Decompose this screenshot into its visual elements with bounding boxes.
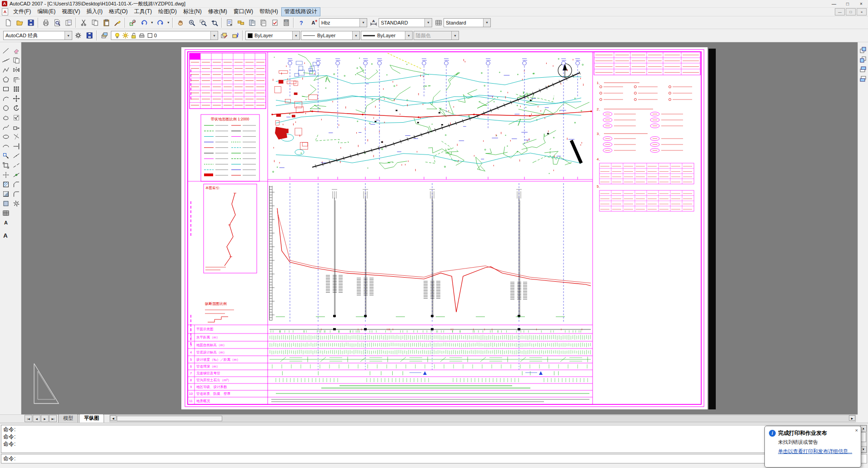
bring-to-front-button[interactable]: [858, 45, 868, 55]
menu-item-7[interactable]: 绘图(D): [155, 7, 180, 16]
menu-item-12[interactable]: 管道线路设计: [281, 7, 320, 16]
table-button[interactable]: [1, 208, 11, 218]
markup-manager-button[interactable]: [269, 17, 280, 28]
scroll-left-icon[interactable]: ◀: [110, 415, 116, 421]
sheetset-manager-button[interactable]: [258, 17, 269, 28]
block-editor-button[interactable]: [127, 17, 138, 28]
hatch-button[interactable]: [1, 179, 11, 189]
trim-button[interactable]: [11, 132, 21, 141]
flyout-dropdown-button[interactable]: ▼: [166, 17, 171, 28]
rectangle-button[interactable]: [1, 84, 11, 94]
workspace-settings-button[interactable]: [72, 30, 84, 41]
move-button[interactable]: [11, 94, 21, 103]
lineweight-combo[interactable]: ByLayer ▼: [361, 31, 413, 40]
circle-button[interactable]: [1, 103, 11, 113]
region-button[interactable]: [1, 199, 11, 208]
polyline-button[interactable]: [1, 65, 11, 75]
combo-arrow-icon[interactable]: ▼: [352, 31, 359, 40]
command-scroll-thumb[interactable]: [861, 432, 866, 442]
linetype-combo[interactable]: ByLayer ▼: [301, 31, 360, 40]
doc-restore-button[interactable]: □: [846, 8, 856, 15]
save-button[interactable]: [25, 17, 36, 28]
copy-object-button[interactable]: [11, 55, 21, 65]
qnew-button[interactable]: [2, 17, 14, 28]
combo-arrow-icon[interactable]: ▼: [483, 19, 490, 27]
combo-arrow-icon[interactable]: ▼: [359, 19, 367, 27]
combo-arrow-icon[interactable]: ▼: [210, 31, 218, 40]
minimize-button[interactable]: —: [827, 0, 841, 7]
layer-previous-button[interactable]: [229, 30, 241, 41]
notification-link[interactable]: 单击以查看打印和发布详细信息...: [778, 448, 857, 455]
copy-button[interactable]: [89, 17, 100, 28]
send-under-objects-button[interactable]: [858, 74, 868, 83]
close-button[interactable]: ×: [854, 0, 868, 7]
first-tab-button[interactable]: |◀: [25, 415, 32, 422]
combo-arrow-icon[interactable]: ▼: [405, 31, 412, 40]
dim-style-combo[interactable]: STANDARD ▼: [379, 18, 432, 27]
zoom-window-button[interactable]: [197, 17, 209, 28]
doc-minimize-button[interactable]: —: [835, 8, 845, 15]
array-button[interactable]: [11, 84, 21, 94]
save-workspace-button[interactable]: [84, 30, 95, 41]
stretch-button[interactable]: [11, 122, 21, 132]
combo-arrow-icon[interactable]: ▼: [65, 31, 72, 40]
menu-item-5[interactable]: 格式(O): [106, 7, 131, 16]
arc-button[interactable]: [1, 94, 11, 103]
break-button[interactable]: [11, 160, 21, 170]
horizontal-scrollbar[interactable]: ◀ ▶: [110, 415, 856, 422]
restore-button[interactable]: □: [841, 0, 854, 7]
drawing-canvas[interactable]: 带状地形图比例 1:2000本图索引:纵断面图比例1平面示意图2水平距离（m）3…: [21, 42, 858, 414]
menu-item-6[interactable]: 工具(T): [131, 7, 155, 16]
pan-button[interactable]: [175, 17, 186, 28]
spline-button[interactable]: [1, 122, 11, 132]
designcenter-button[interactable]: [235, 17, 246, 28]
plot-button[interactable]: [40, 17, 51, 28]
text-style-combo[interactable]: Hbz ▼: [319, 18, 367, 27]
drawing-viewport[interactable]: 带状地形图比例 1:2000本图索引:纵断面图比例1平面示意图2水平距离（m）3…: [21, 42, 858, 414]
menu-item-4[interactable]: 插入(I): [83, 7, 105, 16]
point-button[interactable]: [1, 170, 11, 179]
match-properties-button[interactable]: [112, 17, 123, 28]
quickcalc-button[interactable]: [280, 17, 292, 28]
scroll-down-icon[interactable]: ▼: [860, 446, 867, 453]
menu-item-9[interactable]: 修改(M): [205, 7, 230, 16]
menu-item-3[interactable]: 视图(V): [59, 7, 83, 16]
menu-item-10[interactable]: 窗口(W): [230, 7, 256, 16]
layer-combo[interactable]: 0 ▼: [111, 31, 218, 40]
redo-button[interactable]: [155, 17, 166, 28]
command-input[interactable]: 命令:: [1, 454, 867, 463]
notification-close-icon[interactable]: ×: [855, 428, 858, 433]
menu-item-8[interactable]: 标注(N): [180, 7, 205, 16]
menu-item-11[interactable]: 帮助(H): [256, 7, 281, 16]
menu-item-2[interactable]: 编辑(E): [34, 7, 59, 16]
scroll-right-icon[interactable]: ▶: [849, 415, 855, 421]
doc-close-button[interactable]: ×: [857, 8, 867, 15]
command-history[interactable]: 命令:命令:命令: ▲ ▼: [1, 425, 867, 453]
paste-button[interactable]: [100, 17, 112, 28]
plot-preview-button[interactable]: [51, 17, 63, 28]
flyout-dropdown-button[interactable]: ▼: [150, 17, 155, 28]
layer-properties-manager-button[interactable]: [99, 30, 110, 41]
open-button[interactable]: [14, 17, 25, 28]
erase-button[interactable]: [11, 46, 21, 55]
table-style-combo[interactable]: Standard ▼: [444, 18, 491, 27]
menu-item-1[interactable]: 文件(F): [10, 7, 34, 16]
offset-button[interactable]: [11, 75, 21, 84]
tab-平纵图[interactable]: 平纵图: [79, 414, 104, 423]
scroll-up-icon[interactable]: ▲: [860, 425, 867, 432]
properties-button[interactable]: [224, 17, 235, 28]
make-block-button[interactable]: [1, 160, 11, 170]
join-button[interactable]: [11, 170, 21, 179]
bring-above-objects-button[interactable]: [858, 64, 868, 74]
last-tab-button[interactable]: ▶|: [49, 415, 57, 422]
ellipse-arc-button[interactable]: [1, 141, 11, 151]
workspace-combo[interactable]: AutoCAD 经典 ▼: [3, 31, 72, 40]
tool-palettes-button[interactable]: [246, 17, 258, 28]
publish-button[interactable]: [63, 17, 74, 28]
polygon-button[interactable]: [1, 75, 11, 84]
ellipse-button[interactable]: [1, 132, 11, 141]
multiline-text-button[interactable]: A: [1, 218, 11, 227]
combo-arrow-icon[interactable]: ▼: [292, 31, 299, 40]
undo-button[interactable]: [138, 17, 150, 28]
cut-button[interactable]: [78, 17, 89, 28]
